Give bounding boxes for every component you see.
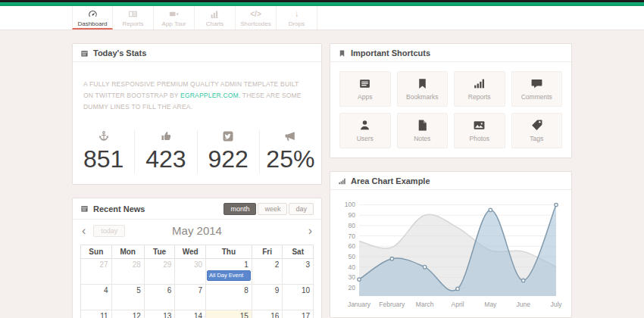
calendar-day-cell[interactable]: 6 — [145, 285, 176, 310]
svg-text:February: February — [379, 301, 405, 308]
comment-icon — [530, 77, 543, 90]
calendar-day-cell[interactable]: 17 — [283, 310, 314, 318]
video-camera-icon — [169, 9, 179, 19]
nav-tab-label: Drops — [289, 20, 305, 27]
panel-title: Today's Stats — [93, 48, 146, 58]
shortcut-label: Apps — [358, 93, 372, 101]
day-number: 15 — [206, 310, 252, 318]
shortcut-notes[interactable]: Notes — [397, 113, 449, 148]
calendar-day-cell[interactable]: 7 — [175, 285, 206, 310]
chevron-left-icon[interactable]: ‹ — [82, 225, 86, 237]
calendar-day-cell[interactable]: 28 — [112, 259, 145, 285]
calendar-day-cell[interactable]: 1All Day Event — [206, 259, 252, 285]
calendar-day-cell[interactable]: 10 — [283, 285, 314, 310]
stat-value: 851 — [73, 145, 134, 173]
calendar-toolbar: May 2014 ‹ today › — [73, 220, 321, 242]
shortcut-label: Users — [357, 135, 374, 142]
svg-text:January: January — [348, 301, 371, 308]
week-view-button[interactable]: week — [258, 203, 287, 215]
calendar-day-cell[interactable]: 11 — [81, 310, 112, 318]
day-number: 13 — [145, 310, 175, 318]
day-number: 3 — [283, 259, 313, 270]
calendar-day-cell[interactable]: 27 — [81, 259, 112, 285]
nav-tab-charts[interactable]: Charts — [195, 6, 236, 30]
calendar-day-cell[interactable]: 3 — [283, 259, 314, 285]
nav-tab-shortcodes[interactable]: </> Shortcodes — [236, 6, 277, 30]
day-number: 17 — [283, 310, 313, 318]
day-number: 12 — [112, 310, 144, 318]
nav-tab-drops[interactable]: ↓ Drops — [277, 6, 317, 30]
month-view-button[interactable]: month — [224, 203, 256, 215]
calendar-icon — [80, 49, 89, 58]
calendar-day-header: Sat — [283, 245, 314, 259]
area-chart-header: Area Chart Example — [330, 172, 571, 190]
svg-text:50: 50 — [349, 253, 356, 260]
shortcut-label: Reports — [468, 93, 491, 101]
calendar-day-cell[interactable]: 2 — [252, 259, 283, 285]
important-shortcuts-panel: Important Shortcuts Apps Bookmarks — [330, 43, 572, 158]
day-number: 8 — [206, 285, 252, 295]
thumbs-up-icon — [160, 130, 172, 142]
panel-title: Area Chart Example — [351, 176, 430, 186]
nav-tab-reports[interactable]: Reports — [113, 6, 154, 30]
svg-text:March: March — [416, 301, 434, 308]
shortcut-grid: Apps Bookmarks Reports — [330, 62, 571, 157]
recent-news-header: Recent News month week day — [73, 198, 321, 220]
list-icon — [358, 77, 371, 90]
egrappler-link[interactable]: EGRAPPLER.COM. — [180, 92, 240, 99]
day-number: 6 — [145, 285, 175, 295]
stat-likes: 423 — [134, 130, 196, 173]
day-number: 10 — [283, 285, 313, 295]
code-icon: </> — [250, 9, 261, 19]
shortcut-label: Tags — [530, 135, 543, 142]
nav-tab-dashboard[interactable]: Dashboard — [72, 6, 113, 30]
photo-icon — [473, 119, 486, 132]
area-chart-body: 2030405060708090100JanuaryFebruaryMarchA… — [330, 190, 571, 317]
stat-reach: 25% — [259, 130, 321, 173]
calendar-day-cell[interactable]: 5 — [112, 285, 145, 310]
calendar-day-cell[interactable]: 30 — [175, 259, 206, 285]
today-button[interactable]: today — [93, 225, 125, 237]
shortcut-bookmarks[interactable]: Bookmarks — [397, 71, 449, 107]
calendar-view-switcher: month week day — [224, 203, 314, 215]
shortcut-apps[interactable]: Apps — [339, 71, 391, 107]
nav-tab-label: Charts — [206, 20, 224, 27]
stat-anchor: 851 — [73, 130, 134, 173]
stat-value: 922 — [198, 145, 259, 173]
calendar-day-cell[interactable]: 1510:30a Meeting12p Lunch — [206, 310, 252, 318]
bar-chart-icon — [473, 77, 486, 90]
calendar-day-cell[interactable]: 8 — [206, 285, 252, 310]
dashboard-content: Today's Stats A FULLY RESPONSIVE PREMIUM… — [0, 30, 644, 318]
svg-text:20: 20 — [349, 284, 356, 292]
calendar-day-cell[interactable]: 167p Birthday Party — [252, 310, 283, 318]
day-number: 28 — [112, 259, 144, 270]
day-view-button[interactable]: day — [289, 203, 314, 215]
nav-tab-app-tour[interactable]: App Tour — [154, 6, 195, 30]
day-number: 16 — [252, 310, 283, 318]
calendar-day-cell[interactable]: 4 — [81, 285, 112, 310]
day-number: 14 — [175, 310, 205, 318]
calendar-day-cell[interactable]: 13 — [145, 310, 176, 318]
calendar-event[interactable]: All Day Event — [207, 270, 251, 282]
top-navigation: Dashboard Reports App Tour Charts </> Sh… — [0, 6, 644, 30]
shortcut-comments[interactable]: Comments — [511, 71, 563, 107]
calendar-day-cell[interactable]: 29 — [145, 259, 176, 285]
calendar-day-cell[interactable]: 14 — [175, 310, 206, 318]
svg-text:40: 40 — [349, 263, 356, 271]
calendar-day-header: Tue — [145, 245, 176, 259]
shortcut-reports[interactable]: Reports — [454, 71, 505, 107]
day-number: 7 — [175, 285, 205, 295]
shortcut-tags[interactable]: Tags — [511, 113, 563, 148]
calendar-day-cell[interactable]: 124p Repeating Event — [112, 310, 145, 318]
calendar-day-header: Thu — [206, 245, 252, 259]
panel-title: Important Shortcuts — [351, 48, 430, 58]
day-number: 11 — [81, 310, 111, 318]
calendar-day-cell[interactable]: 9 — [252, 285, 283, 310]
shortcut-users[interactable]: Users — [339, 113, 391, 148]
nav-tab-label: App Tour — [162, 20, 186, 27]
shortcut-photos[interactable]: Photos — [454, 113, 505, 148]
chevron-right-icon[interactable]: › — [308, 225, 312, 237]
twitter-icon — [222, 130, 234, 142]
bookmark-icon — [338, 49, 346, 58]
shortcut-label: Photos — [470, 135, 489, 142]
